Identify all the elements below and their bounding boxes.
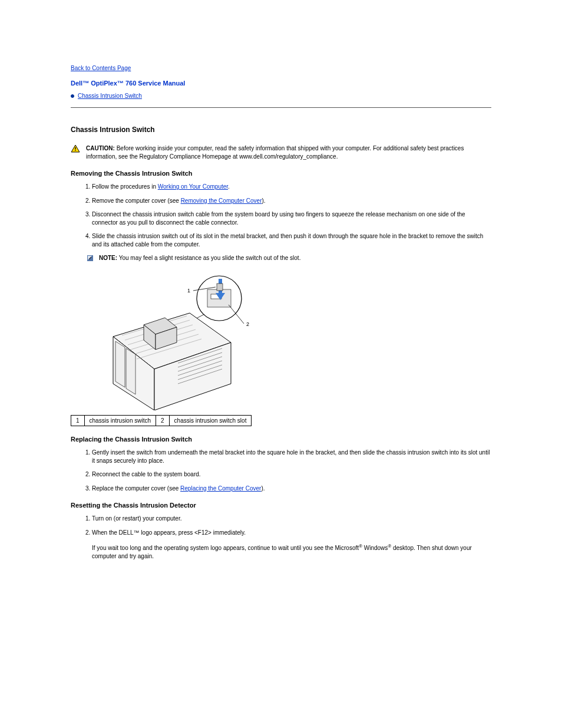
note-label: NOTE:: [99, 255, 117, 261]
caution-text: CAUTION: Before working inside your comp…: [86, 144, 491, 160]
svg-rect-1: [75, 147, 75, 150]
caution-label: CAUTION:: [86, 145, 115, 151]
link-remove-cover[interactable]: Removing the Computer Cover: [181, 197, 262, 204]
section-heading: Chassis Intrusion Switch: [71, 126, 491, 134]
wait-text-a: If you wait too long and the operating s…: [92, 545, 359, 551]
replace-steps-list: Gently insert the switch from underneath…: [92, 449, 491, 492]
callout-table: 1 chassis intrusion switch 2 chassis int…: [71, 415, 252, 426]
divider: [71, 107, 491, 108]
reset-step-1: Turn on (or restart) your computer.: [92, 515, 491, 523]
manual-title: Dell™ OptiPlex™ 760 Service Manual: [71, 80, 491, 87]
remove-step-3: Disconnect the chassis intrusion switch …: [92, 210, 491, 226]
svg-marker-33: [115, 341, 125, 387]
step-text: Replace the computer cover (see: [92, 485, 180, 492]
step-text-tail: ).: [261, 485, 265, 492]
reset-step-2: When the DELL™ logo appears, press <F12>…: [92, 529, 491, 561]
step-text-tail: ).: [262, 197, 265, 204]
subheading-reset: Resetting the Chassis Intrusion Detector: [71, 502, 491, 509]
svg-text:2: 2: [246, 321, 249, 327]
svg-text:1: 1: [187, 288, 190, 294]
reset-step-2-main: When the DELL™ logo appears, press <F12>…: [92, 529, 491, 537]
step-text: Remove the computer cover (see: [92, 197, 181, 204]
caution-block: CAUTION: Before working inside your comp…: [71, 144, 491, 160]
replace-step-2: Reconnect the cable to the system board.: [92, 470, 491, 479]
note-icon: [86, 254, 94, 262]
replace-step-1: Gently insert the switch from underneath…: [92, 449, 491, 465]
note-block: NOTE: You may feel a slight resistance a…: [86, 254, 491, 262]
note-body: You may feel a slight resistance as you …: [119, 255, 301, 261]
back-to-contents-link[interactable]: Back to Contents Page: [71, 65, 131, 71]
replace-step-3: Replace the computer cover (see Replacin…: [92, 485, 491, 493]
callout-number: 1: [71, 416, 85, 426]
step-text: Follow the procedures in: [92, 183, 158, 190]
toc-bullet-item: Chassis Intrusion Switch: [71, 93, 491, 99]
note-text: NOTE: You may feel a slight resistance a…: [99, 254, 300, 262]
caution-icon: [71, 144, 80, 153]
toc-bullet-link[interactable]: Chassis Intrusion Switch: [78, 93, 142, 99]
remove-step-2: Remove the computer cover (see Removing …: [92, 197, 491, 205]
step-text-tail: .: [228, 183, 230, 190]
table-row: 1 chassis intrusion switch 2 chassis int…: [71, 416, 252, 426]
wait-text-b: Windows: [362, 545, 388, 551]
caution-body: Before working inside your computer, rea…: [86, 145, 464, 160]
figure-chassis-switch: 1 2: [90, 266, 491, 411]
reset-steps-list: Turn on (or restart) your computer. When…: [92, 515, 491, 560]
svg-marker-34: [126, 348, 135, 394]
subheading-replace: Replacing the Chassis Intrusion Switch: [71, 436, 491, 443]
link-replace-cover[interactable]: Replacing the Computer Cover: [180, 485, 261, 492]
remove-step-1: Follow the procedures in Working on Your…: [92, 183, 491, 191]
svg-rect-2: [75, 150, 75, 151]
link-working-on-computer[interactable]: Working on Your Computer: [158, 183, 228, 190]
subheading-remove: Removing the Chassis Intrusion Switch: [71, 170, 491, 177]
remove-steps-list: Follow the procedures in Working on Your…: [92, 183, 491, 248]
reset-step-2-para: If you wait too long and the operating s…: [92, 543, 491, 560]
callout-text: chassis intrusion switch: [84, 416, 156, 426]
callout-number: 2: [156, 416, 170, 426]
remove-step-4: Slide the chassis intrusion switch out o…: [92, 232, 491, 248]
callout-text: chassis intrusion switch slot: [169, 416, 252, 426]
bullet-icon: [71, 94, 74, 98]
svg-rect-9: [217, 284, 223, 291]
